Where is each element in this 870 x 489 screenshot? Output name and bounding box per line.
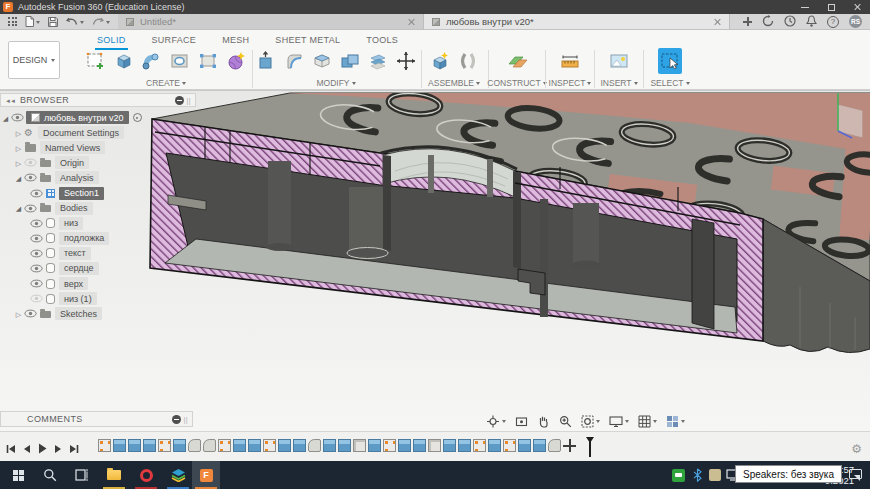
document-tab-untitled[interactable]: Untitled*: [118, 14, 424, 29]
browser-row-body[interactable]: текст: [0, 246, 196, 261]
design-workspace-button[interactable]: DESIGN: [8, 41, 60, 79]
timeline-feature-extrude[interactable]: [128, 439, 141, 452]
browser-row-origin[interactable]: Origin: [0, 155, 196, 170]
timeline-feature-sketch[interactable]: [473, 439, 486, 452]
user-avatar[interactable]: RS: [849, 15, 862, 28]
timeline-feature-fillet[interactable]: [203, 439, 216, 452]
create-sketch-icon[interactable]: [84, 48, 108, 74]
help-icon[interactable]: ?: [827, 16, 839, 28]
visibility-eye-icon[interactable]: [30, 219, 43, 228]
grid-layout-icon[interactable]: [638, 415, 657, 428]
browser-row-analysis[interactable]: Analysis: [0, 170, 196, 185]
new-component-icon[interactable]: [428, 48, 452, 74]
layers-app-button[interactable]: [164, 461, 192, 489]
notifications-bell-icon[interactable]: [806, 13, 817, 31]
visibility-eye-icon[interactable]: [11, 113, 24, 122]
combine-icon[interactable]: [338, 48, 362, 74]
visibility-off-eye-icon[interactable]: [24, 158, 37, 167]
timeline-settings-gear-icon[interactable]: [851, 439, 862, 457]
app-grid-icon[interactable]: [8, 17, 17, 26]
panel-minimize-icon[interactable]: [172, 415, 181, 424]
split-body-icon[interactable]: [366, 48, 390, 74]
visibility-eye-icon[interactable]: [30, 279, 43, 288]
undo-icon[interactable]: [66, 17, 84, 26]
insert-image-icon[interactable]: [607, 48, 631, 74]
sweep-icon[interactable]: [140, 48, 164, 74]
collapse-panel-icon[interactable]: [5, 95, 20, 105]
browser-row-body[interactable]: подложка: [0, 231, 196, 246]
timeline-feature-extrude[interactable]: [278, 439, 291, 452]
browser-row-sketches[interactable]: Sketches: [0, 306, 196, 321]
expand-triangle-icon[interactable]: [13, 158, 24, 168]
panel-grip-icon[interactable]: [181, 414, 188, 424]
timeline-feature-extrude[interactable]: [113, 439, 126, 452]
timeline-feature-extrude[interactable]: [338, 439, 351, 452]
fusion-taskbar-button[interactable]: F: [192, 461, 220, 489]
close-button[interactable]: [844, 0, 870, 14]
zoom-icon[interactable]: [559, 415, 572, 428]
browser-row-body[interactable]: низ: [0, 216, 196, 231]
pan-hand-icon[interactable]: [537, 415, 550, 428]
go-to-start-icon[interactable]: [6, 440, 16, 458]
hole-icon[interactable]: [168, 48, 192, 74]
construct-plane-icon[interactable]: [505, 48, 529, 74]
timeline-feature-extrude[interactable]: [293, 439, 306, 452]
visibility-eye-icon[interactable]: [30, 264, 43, 273]
browser-header[interactable]: BROWSER: [0, 93, 196, 107]
measure-icon[interactable]: [558, 48, 582, 74]
timeline-feature-sketch[interactable]: [218, 439, 231, 452]
timeline-feature-extrude[interactable]: [143, 439, 156, 452]
assemble-group-label[interactable]: ASSEMBLE: [428, 78, 480, 88]
timeline-feature-extrude[interactable]: [413, 439, 426, 452]
timeline-feature-extrude[interactable]: [443, 439, 456, 452]
select-tool-icon[interactable]: [658, 48, 682, 74]
timeline-feature-box[interactable]: [428, 439, 441, 452]
file-explorer-button[interactable]: [100, 461, 128, 489]
timeline-feature-sketch[interactable]: [383, 439, 396, 452]
display-settings-icon[interactable]: [609, 415, 629, 428]
step-forward-icon[interactable]: [54, 440, 62, 458]
viewports-icon[interactable]: [666, 415, 685, 428]
visibility-eye-icon[interactable]: [24, 204, 37, 213]
timeline-feature-extrude[interactable]: [458, 439, 471, 452]
browser-row-bodies[interactable]: Bodies: [0, 201, 196, 216]
select-group-label[interactable]: SELECT: [650, 78, 689, 88]
browser-row-body[interactable]: низ (1): [0, 291, 196, 306]
tray-bluetooth-button[interactable]: [688, 461, 706, 489]
redo-icon[interactable]: [92, 17, 110, 26]
tray-input-button[interactable]: [706, 461, 724, 489]
go-to-end-icon[interactable]: [69, 440, 79, 458]
file-menu-icon[interactable]: [25, 16, 40, 27]
panel-grip-icon[interactable]: [184, 95, 191, 105]
fit-view-icon[interactable]: [581, 415, 600, 428]
comments-panel[interactable]: COMMENTS: [0, 411, 193, 427]
activate-component-icon[interactable]: [133, 113, 142, 122]
save-icon[interactable]: [48, 17, 58, 27]
timeline-marker[interactable]: [584, 437, 594, 457]
construct-group-label[interactable]: CONSTRUCT: [487, 78, 546, 88]
document-tab-active[interactable]: любовь внутри v20*: [424, 14, 730, 29]
browser-row-section1[interactable]: Section1: [0, 185, 196, 200]
panel-minimize-icon[interactable]: [175, 96, 184, 105]
extrude-icon[interactable]: [112, 48, 136, 74]
timeline-feature-sketch[interactable]: [158, 439, 171, 452]
shell-icon[interactable]: [310, 48, 334, 74]
timeline-feature-extrude[interactable]: [518, 439, 531, 452]
timeline-feature-extrude[interactable]: [368, 439, 381, 452]
visibility-eye-icon[interactable]: [30, 249, 43, 258]
timeline-feature-fillet[interactable]: [188, 439, 201, 452]
notification-center-icon[interactable]: [849, 469, 862, 479]
close-tab-icon[interactable]: [407, 18, 415, 26]
timeline-feature-sketch[interactable]: [503, 439, 516, 452]
timeline-feature-extrude[interactable]: [533, 439, 546, 452]
browser-row-body[interactable]: сердце: [0, 261, 196, 276]
move-copy-icon[interactable]: [394, 48, 418, 74]
visibility-off-eye-icon[interactable]: [30, 294, 43, 303]
browser-row-document-settings[interactable]: Document Settings: [0, 125, 196, 140]
start-button[interactable]: [4, 461, 32, 489]
expand-triangle-icon[interactable]: [13, 128, 24, 138]
task-view-button[interactable]: [68, 461, 96, 489]
timeline-feature-extrude[interactable]: [248, 439, 261, 452]
expand-triangle-icon[interactable]: [0, 113, 11, 123]
press-pull-icon[interactable]: [254, 48, 278, 74]
